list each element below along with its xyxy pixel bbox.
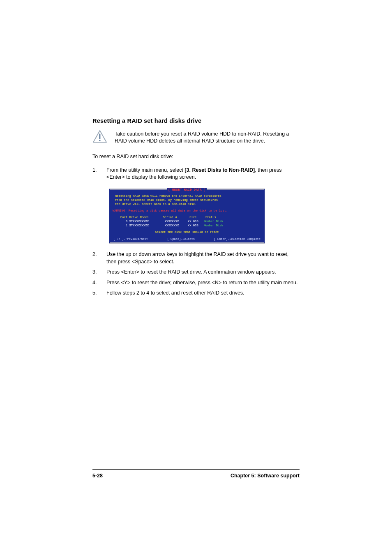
terminal-table-header: Port Drive Model Serial # Size Status	[110, 215, 264, 219]
terminal-title-bar: [ RESET RAID DATA ]	[110, 188, 264, 191]
bios-terminal: [ RESET RAID DATA ] Resetting RAID data …	[109, 189, 265, 244]
page-number: 5-28	[92, 473, 103, 479]
step-body: From the utility main menu, select [3. R…	[106, 167, 300, 181]
caution-text: Take caution before you reset a RAID vol…	[115, 130, 300, 145]
step-number: 1.	[92, 167, 106, 181]
step-body: Press <Y> to reset the drive; otherwise,…	[106, 279, 300, 287]
step-2: 2. Use the up or down arrow keys to high…	[92, 251, 300, 265]
terminal-warning-line: WARNING: Resetting a disk causes all dat…	[110, 209, 264, 213]
terminal-hint-complete: [ Enter]-Selection Complete	[214, 237, 261, 241]
row-left: 1 STXXXXXXXXX XXXXXXXX XX.0GB	[115, 224, 204, 227]
terminal-table-row: 0 STXXXXXXXXX XXXXXXXX XX.0GB Member Dis…	[110, 219, 264, 223]
row-left: 0 STXXXXXXXXX XXXXXXXX XX.0GB	[115, 220, 204, 223]
row-status: Member Disk	[204, 220, 223, 223]
terminal-msg-line: Resetting RAID data will remove the inte…	[110, 194, 264, 198]
step-number: 2.	[92, 251, 106, 265]
step-1: 1. From the utility main menu, select [3…	[92, 167, 300, 181]
page-footer: 5-28 Chapter 5: Software support	[92, 469, 300, 479]
step-text-pre: From the utility main menu, select	[106, 167, 184, 173]
step-number: 3.	[92, 269, 106, 276]
terminal-hint-select: [ Space]-Selects	[167, 237, 195, 241]
terminal-hint-nav: [ ↓↑ ]-Previous/Next	[113, 237, 148, 241]
step-3: 3. Press <Enter> to reset the RAID set d…	[92, 269, 300, 276]
terminal-title: [ RESET RAID DATA ]	[167, 188, 206, 191]
menu-option-bold: [3. Reset Disks to Non-RAID]	[184, 167, 255, 173]
step-body: Follow steps 2 to 4 to select and reset …	[106, 290, 300, 297]
terminal-prompt: Select the disk that should be reset	[110, 230, 264, 234]
steps-list-continued: 2. Use the up or down arrow keys to high…	[92, 251, 300, 297]
terminal-msg-line: the drive will revert back to a Non-RAID…	[110, 202, 264, 206]
steps-list: 1. From the utility main menu, select [3…	[92, 167, 300, 181]
step-4: 4. Press <Y> to reset the drive; otherwi…	[92, 279, 300, 287]
step-number: 5.	[92, 290, 106, 297]
warning-icon	[92, 130, 107, 143]
svg-point-2	[99, 140, 100, 141]
section-heading: Resetting a RAID set hard disks drive	[92, 117, 300, 124]
step-body: Use the up or down arrow keys to highlig…	[106, 251, 300, 265]
chapter-label: Chapter 5: Software support	[231, 473, 300, 479]
caution-block: Take caution before you reset a RAID vol…	[92, 130, 300, 145]
terminal-table-row: 1 STXXXXXXXXX XXXXXXXX XX.0GB Member Dis…	[110, 223, 264, 228]
terminal-msg-line: from the selected RAID disks. By removin…	[110, 198, 264, 202]
step-number: 4.	[92, 279, 106, 287]
row-status: Member Disk	[204, 224, 223, 227]
terminal-screenshot: [ RESET RAID DATA ] Resetting RAID data …	[109, 189, 300, 244]
step-5: 5. Follow steps 2 to 4 to select and res…	[92, 290, 300, 297]
terminal-footer: [ ↓↑ ]-Previous/Next [ Space]-Selects [ …	[110, 237, 264, 241]
step-body: Press <Enter> to reset the RAID set driv…	[106, 269, 300, 276]
intro-text: To reset a RAID set hard disk drive:	[92, 154, 300, 159]
